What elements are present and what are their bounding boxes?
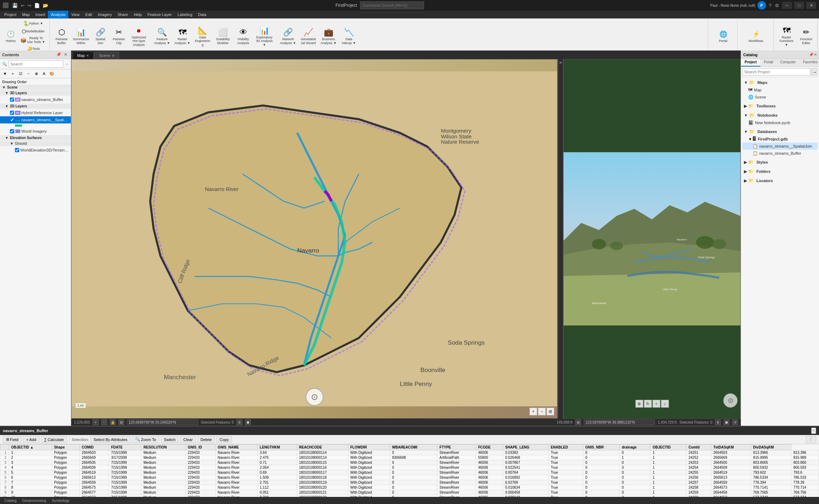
catalog-toolboxes-header[interactable]: ▶ 📁 Toolboxes xyxy=(743,102,818,110)
th-reachcode[interactable]: REACHCODE xyxy=(297,445,348,450)
help-button[interactable]: ? xyxy=(768,2,772,9)
th-drainage[interactable]: drainage xyxy=(619,445,650,450)
th-comid2[interactable]: ComId xyxy=(686,445,711,450)
scene-zoom-in-button[interactable]: + xyxy=(652,400,660,408)
scene-home-button[interactable]: ⌂ xyxy=(661,400,669,408)
delete-button[interactable]: Delete xyxy=(197,436,215,443)
geostatistical-wizard-button[interactable]: 📈 Geostatistical Wizard xyxy=(298,27,318,46)
menu-share[interactable]: Share xyxy=(115,11,131,18)
th-objectid2[interactable]: OBJECTID xyxy=(650,445,686,450)
catalog-search-submit[interactable]: → xyxy=(811,68,818,75)
catalog-maps-header[interactable]: ▼ 📁 Maps xyxy=(743,79,818,86)
layer-hybrid-ref-checkbox[interactable] xyxy=(10,111,14,115)
raster-functions-button[interactable]: 🗺 Raster Functions ▼ xyxy=(777,25,796,48)
map-nav-zoom-out[interactable]: − xyxy=(538,408,546,415)
catalog-notebooks-header[interactable]: ▼ 📁 Notebooks xyxy=(743,111,818,119)
data-engineering-button[interactable]: 📐 Data Engineering xyxy=(193,25,212,48)
table-row[interactable]: 77Polygon26645597/15/1999Medium229433Nav… xyxy=(0,480,819,485)
menu-data[interactable]: Data xyxy=(195,11,209,18)
map-nav-zoom-in[interactable]: + xyxy=(529,408,537,415)
catalog-search-input[interactable] xyxy=(743,68,810,75)
field-button[interactable]: ⊞ Field xyxy=(3,436,22,443)
scene-close-button[interactable]: ✕ xyxy=(558,59,563,67)
bottom-tab-geoprocessing[interactable]: Geoprocessing xyxy=(19,499,49,503)
catalog-tab-computer[interactable]: Computer xyxy=(777,59,799,67)
menu-labeling[interactable]: Labeling xyxy=(175,11,195,18)
layer-world-imagery[interactable]: World Imagery xyxy=(0,128,71,135)
th-comid[interactable]: COMID xyxy=(79,445,109,450)
map-full-extent-btn[interactable]: ⊞ xyxy=(118,419,124,425)
catalog-tab-favorites[interactable]: Favorites xyxy=(799,59,819,67)
switch-button[interactable]: Switch xyxy=(161,436,179,443)
scene-view[interactable]: Navarro Soda Springs Little Penny Manche… xyxy=(563,59,741,419)
contents-search-input[interactable] xyxy=(9,60,63,68)
raster-analysis-button[interactable]: 🗺 Raster Analysis ▼ xyxy=(173,27,192,46)
th-fdate[interactable]: FDATE xyxy=(109,445,141,450)
2d-layers-section[interactable]: ▼2D Layers xyxy=(0,104,71,109)
table-row[interactable]: 55Polygon26645197/15/1999Medium229433Nav… xyxy=(0,470,819,475)
new-button[interactable]: 📄 xyxy=(33,2,41,9)
group-button[interactable]: ⊕ xyxy=(33,70,40,77)
table-row[interactable]: 44Polygon26645097/15/1999Medium229433Nav… xyxy=(0,465,819,470)
command-search-input[interactable] xyxy=(360,1,424,9)
th-resolution[interactable]: RESOLUTION xyxy=(141,445,186,450)
layer-world-elevation-checkbox[interactable] xyxy=(15,148,19,152)
catalog-databases-header[interactable]: ▼ 📁 Databases xyxy=(743,128,818,136)
table-row[interactable]: 33Polygon26645057/15/1999Medium229433Nav… xyxy=(0,460,819,465)
th-wbareacomi[interactable]: WBAREACOMI xyxy=(390,445,437,450)
map-tab-scene-close[interactable]: ✕ xyxy=(112,54,115,58)
select-by-attributes-button[interactable]: Select By Attributes xyxy=(90,436,131,443)
table-row[interactable]: 22Polygon26656693/17/2008Medium229433Nav… xyxy=(0,455,819,460)
maximize-button[interactable]: □ xyxy=(794,2,804,9)
function-editor-button[interactable]: ✏ Function Editor xyxy=(797,27,815,46)
th-gnis-nbr[interactable]: GNIS_NBR xyxy=(583,445,620,450)
catalog-gdb-item[interactable]: ▼ 🗄 FirstProject.gdb xyxy=(743,136,818,143)
th-divdasqkm[interactable]: DivDASqKM xyxy=(751,445,791,450)
ground-section[interactable]: ▼Ground xyxy=(0,141,71,146)
table-row[interactable]: 66Polygon26656137/15/1999Medium229433Nav… xyxy=(0,475,819,480)
attr-table-close-button[interactable]: ✕ xyxy=(811,428,816,434)
catalog-close-button[interactable]: ✕ xyxy=(814,53,817,57)
th-ftype[interactable]: FTYPE xyxy=(437,445,476,450)
layer-navarro-buffer[interactable]: navarro_streams_Buffer xyxy=(0,96,71,103)
scene-view-mode-btn[interactable]: ⊞ xyxy=(575,419,581,425)
summarize-within-button[interactable]: 📊 Summarize Within xyxy=(71,27,91,46)
layer-hybrid-ref[interactable]: Hybrid Reference Layer xyxy=(0,109,71,116)
map-view[interactable]: Navarro Montgomery Wilson State Nature R… xyxy=(71,59,558,419)
th-flowdir[interactable]: FLOWDIR xyxy=(348,445,390,450)
th-fcode[interactable]: FCODE xyxy=(476,445,503,450)
feature-analysis-button[interactable]: 🔍 Feature Analysis ▼ xyxy=(152,27,172,46)
map-lock-btn[interactable]: 🔒 xyxy=(110,419,116,425)
scene-coords-input[interactable] xyxy=(584,419,655,425)
catalog-scene-item[interactable]: 🌐 Scene xyxy=(743,94,818,101)
th-enabled[interactable]: ENABLED xyxy=(549,445,583,450)
scene-section[interactable]: ▼Scene xyxy=(0,85,71,90)
map-zoom-in-btn[interactable]: + xyxy=(93,419,99,425)
catalog-styles-header[interactable]: ▶ 📁 Styles xyxy=(743,158,818,166)
modelbuilder-button[interactable]: ⬡ ModelBuilder xyxy=(19,28,47,35)
layer-world-imagery-checkbox[interactable] xyxy=(10,129,14,133)
hot-spot-button[interactable]: ● Optimized Hot Spot Analysis xyxy=(128,25,149,48)
map-tab-map-close[interactable]: ✕ xyxy=(86,54,89,58)
elevation-section[interactable]: ▼Elevation Surfaces xyxy=(0,135,71,140)
th-objectid[interactable]: OBJECTID ▲ xyxy=(9,445,52,450)
network-analysis-button[interactable]: 🔗 Network Analysis ▼ xyxy=(278,27,298,46)
redo-button[interactable]: ↪ xyxy=(27,2,32,9)
map-zoom-out-btn[interactable]: − xyxy=(101,419,107,425)
color-button[interactable]: 🎨 xyxy=(48,70,56,77)
menu-project[interactable]: Project xyxy=(1,11,19,18)
add-data-button[interactable]: + xyxy=(9,70,16,77)
layer-world-elevation[interactable]: WorldElevation3D/Terrain3D xyxy=(0,147,71,154)
pairwise-clip-button[interactable]: ✂ Pairwise Clip xyxy=(110,27,128,46)
th-shape[interactable]: Shape xyxy=(52,445,79,450)
catalog-feature-buffer[interactable]: 📋 navarro_streams_Buffer xyxy=(743,150,818,157)
visibility-analysis-button[interactable]: 👁 Visibility Analysis xyxy=(233,27,253,46)
portal-button[interactable]: 🌐 Portal xyxy=(716,28,730,44)
scene-rotate-button[interactable]: ↻ xyxy=(644,400,652,408)
zoom-to-button[interactable]: 🔍 Zoom To xyxy=(132,436,159,443)
catalog-pin-button[interactable]: 📌 xyxy=(809,53,813,57)
minimize-button[interactable]: ─ xyxy=(782,2,792,9)
menu-insert[interactable]: Insert xyxy=(33,11,48,18)
menu-view[interactable]: View xyxy=(68,11,83,18)
th-shape-leng[interactable]: SHAPE_LENG xyxy=(503,445,549,450)
